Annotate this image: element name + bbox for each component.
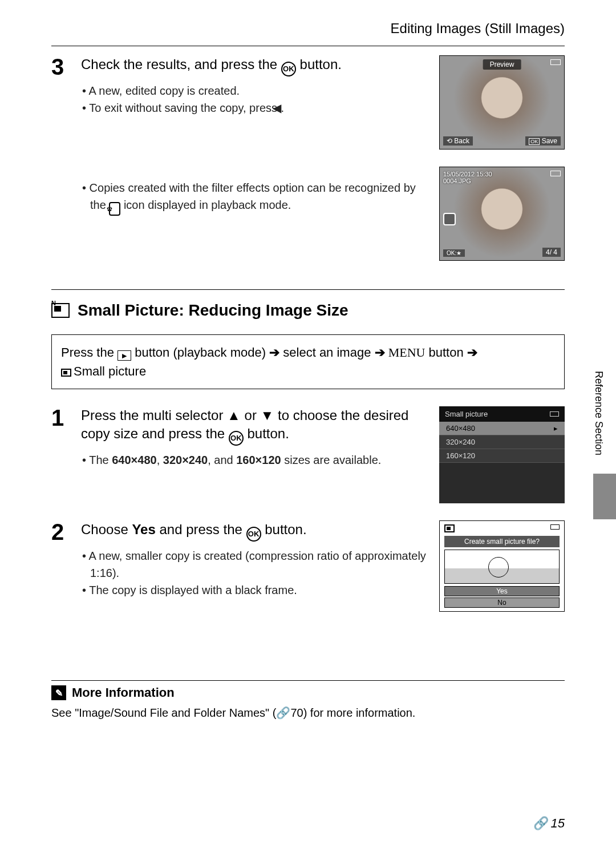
preview-screenshot-2: 15/05/2012 15:30 0004.JPG OK:★ 4/ 4	[439, 167, 565, 261]
page-header: Editing Images (Still Images)	[51, 0, 565, 46]
small-picture-icon	[61, 369, 71, 377]
battery-icon	[550, 524, 560, 530]
ok-icon: OK	[229, 431, 244, 446]
step-3-number: 3	[51, 55, 71, 216]
step-2-title: Choose Yes and press the OK button.	[81, 520, 428, 542]
dialog-image-preview	[444, 550, 560, 584]
side-section-label: Reference Section	[593, 371, 605, 455]
back-label: ⟲ Back	[443, 136, 473, 146]
step-1-number: 1	[51, 406, 71, 469]
menu-row-3: 160×120	[439, 449, 565, 463]
more-info-text: See "Image/Sound File and Folder Names" …	[51, 706, 565, 720]
page-number: 🔗15	[533, 816, 565, 831]
battery-icon	[550, 411, 559, 417]
small-picture-icon	[444, 524, 455, 532]
menu-row-1: 640×480▸	[439, 422, 565, 435]
navigation-path-box: Press the ▶ button (playback mode) ➔ sel…	[51, 334, 565, 389]
preview-screenshot-1: Preview ⟲ Back OK Save	[439, 55, 565, 150]
menu-label: MENU	[388, 345, 425, 360]
dialog-yes-button: Yes	[444, 586, 560, 596]
counter-label: 4/ 4	[542, 248, 561, 257]
ok-star-label: OK:★	[443, 249, 465, 257]
confirm-dialog-screenshot: Create small picture file? Yes No	[439, 520, 565, 612]
reference-icon: 🔗	[533, 816, 549, 831]
small-picture-icon: N	[51, 303, 70, 318]
step-3-bullet-3: Copies created with the filter effects o…	[84, 179, 428, 216]
battery-icon	[550, 59, 561, 65]
step-2-bullet-2: The copy is displayed with a black frame…	[84, 582, 428, 599]
ok-icon: OK	[246, 527, 261, 542]
ok-icon: OK	[281, 62, 296, 76]
step-3-title: Check the results, and press the OK butt…	[81, 55, 428, 76]
filter-badge-icon	[443, 213, 456, 225]
size-menu-screenshot: Small picture 640×480▸ 320×240 160×120	[439, 406, 565, 503]
step-2-number: 2	[51, 520, 71, 599]
playback-icon: ▶	[117, 350, 131, 361]
battery-icon	[550, 171, 561, 176]
menu-title: Small picture	[445, 410, 488, 418]
down-triangle-icon: ▼	[261, 407, 274, 423]
pencil-icon: ✎	[51, 685, 66, 700]
dialog-no-button: No	[444, 597, 560, 608]
filter-icon: ✿	[109, 202, 120, 216]
step-3-bullet-1: A new, edited copy is created.	[84, 82, 428, 99]
step-3-bullet-2: To exit without saving the copy, press ◀…	[84, 99, 428, 116]
timestamp-label: 15/05/2012 15:30 0004.JPG	[443, 171, 492, 184]
section-heading: N Small Picture: Reducing Image Size	[51, 290, 565, 334]
step-1-bullet-1: The 640×480, 320×240, and 160×120 sizes …	[84, 451, 428, 469]
preview-label: Preview	[483, 59, 521, 70]
side-tab	[593, 474, 616, 519]
up-triangle-icon: ▲	[227, 407, 241, 423]
save-label: OK Save	[525, 136, 561, 146]
reference-icon: 🔗	[276, 706, 290, 720]
more-info-heading: ✎ More Information	[51, 685, 565, 700]
step-2-bullet-1: A new, smaller copy is created (compress…	[84, 547, 428, 582]
dialog-question: Create small picture file?	[444, 536, 560, 547]
step-1-title: Press the multi selector ▲ or ▼ to choos…	[81, 406, 428, 446]
menu-row-2: 320×240	[439, 435, 565, 449]
